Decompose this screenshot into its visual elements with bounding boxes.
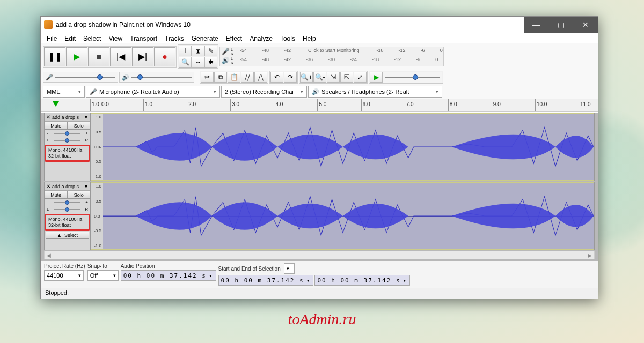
gain-slider[interactable]: - + bbox=[45, 130, 90, 137]
audio-track: ✕ add a drop s ▼ Mute Solo - + L R bbox=[44, 182, 595, 250]
edit-toolbar: ✂ ⧉ 📋 ⧸⧸ ⧸⧹ bbox=[200, 71, 268, 84]
play-at-speed-icon[interactable]: ▶ bbox=[370, 72, 383, 83]
pan-slider[interactable]: L R bbox=[45, 206, 90, 213]
menu-file[interactable]: File bbox=[43, 34, 61, 43]
playback-device-select[interactable]: 🔊 Speakers / Headphones (2- Realt▾ bbox=[308, 86, 442, 98]
app-window: add a drop shadow in Paint.net on Window… bbox=[40, 16, 598, 299]
scroll-right-icon[interactable]: ▶ bbox=[588, 252, 592, 258]
audio-track: ✕ add a drop s ▼ Mute Solo - + L R bbox=[44, 113, 595, 181]
selection-mode-select[interactable]: ▾ bbox=[284, 263, 295, 274]
waveform-display[interactable]: 1.0 0.5 0.0- -0.5 -1.0 bbox=[91, 182, 594, 250]
track-control-panel: ✕ add a drop s ▼ Mute Solo - + L R bbox=[45, 182, 91, 250]
watermark-text: toAdmin.ru bbox=[288, 311, 356, 328]
project-rate-select[interactable]: 44100▾ bbox=[44, 270, 84, 281]
horizontal-scrollbar[interactable]: ◀ ▶ bbox=[44, 251, 595, 259]
amplitude-scale: 1.0 0.5 0.0- -0.5 -1.0 bbox=[91, 183, 103, 249]
recording-device-select[interactable]: 🎤 Microphone (2- Realtek Audio)▾ bbox=[86, 86, 220, 98]
close-button[interactable]: ✕ bbox=[573, 17, 598, 33]
track-menu-button[interactable]: ▼ bbox=[84, 184, 90, 189]
menu-effect[interactable]: Effect bbox=[222, 34, 246, 43]
menu-help[interactable]: Help bbox=[299, 34, 320, 43]
timeshift-tool-icon[interactable]: ↔ bbox=[192, 57, 204, 68]
multi-tool-icon[interactable]: ✱ bbox=[204, 57, 217, 68]
track-name[interactable]: add a drop s bbox=[52, 184, 84, 189]
track-select-button[interactable]: ▲ Select bbox=[46, 232, 89, 239]
menu-generate[interactable]: Generate bbox=[188, 34, 222, 43]
play-button[interactable]: ▶ bbox=[66, 47, 87, 66]
record-volume-slider[interactable]: 🎤 bbox=[43, 72, 118, 83]
selection-end-field[interactable]: 00 h 00 m 37.142 s▾ bbox=[314, 275, 410, 286]
tools-toolbar: I ⧗ ✎ 🔍 ↔ ✱ bbox=[178, 44, 218, 69]
menu-analyze[interactable]: Analyze bbox=[246, 34, 276, 43]
track-close-button[interactable]: ✕ bbox=[45, 114, 52, 120]
pause-button[interactable]: ❚❚ bbox=[44, 47, 65, 66]
redo-icon[interactable]: ↷ bbox=[284, 72, 297, 83]
speaker-icon: 🔊 bbox=[312, 88, 319, 95]
zoom-toolbar: 🔍+ 🔍- ⇲ ⇱ ⤢ bbox=[299, 71, 368, 84]
device-toolbar: MME▾ 🎤 Microphone (2- Realtek Audio)▾ 2 … bbox=[41, 85, 598, 99]
undo-toolbar: ↶ ↷ bbox=[269, 71, 298, 84]
silence-icon[interactable]: ⧸⧹ bbox=[254, 72, 267, 83]
play-speed-slider[interactable] bbox=[383, 72, 442, 83]
titlebar: add a drop shadow in Paint.net on Window… bbox=[41, 17, 598, 33]
track-name[interactable]: add a drop s bbox=[52, 115, 84, 120]
menu-view[interactable]: View bbox=[105, 34, 126, 43]
audio-host-select[interactable]: MME▾ bbox=[43, 86, 85, 98]
pan-slider[interactable]: L R bbox=[45, 137, 90, 144]
menubar: File Edit Select View Transport Tracks G… bbox=[41, 33, 598, 43]
copy-icon[interactable]: ⧉ bbox=[214, 72, 227, 83]
draw-tool-icon[interactable]: ✎ bbox=[204, 46, 217, 56]
audio-position-field[interactable]: 00 h 00 m 37.142 s▾ bbox=[121, 270, 216, 281]
recording-channels-select[interactable]: 2 (Stereo) Recording Chai▾ bbox=[221, 86, 307, 98]
waveform-display[interactable]: 1.0 0.5 0.0- -0.5 -1.0 bbox=[91, 113, 594, 181]
stop-button[interactable]: ■ bbox=[88, 47, 109, 66]
timeline-ruler[interactable]: 1.0 0.0 1.0 2.0 3.0 4.0 5.0 6.0 7.0 8.0 … bbox=[41, 99, 598, 112]
status-text: Stopped. bbox=[45, 289, 69, 296]
toolbar-area: ❚❚ ▶ ■ |◀ ▶| ● I ⧗ ✎ 🔍 ↔ ✱ bbox=[41, 43, 598, 99]
mic-icon: 🎤 bbox=[46, 74, 53, 81]
selection-start-field[interactable]: 00 h 00 m 37.142 s▾ bbox=[218, 275, 314, 286]
gain-slider[interactable]: - + bbox=[45, 199, 90, 206]
skip-start-button[interactable]: |◀ bbox=[110, 47, 131, 66]
zoom-toggle-icon[interactable]: ⤢ bbox=[354, 72, 367, 83]
play-at-speed-toolbar: ▶ bbox=[369, 71, 443, 84]
track-close-button[interactable]: ✕ bbox=[45, 183, 52, 189]
solo-button[interactable]: Solo bbox=[68, 122, 91, 130]
record-button[interactable]: ● bbox=[154, 47, 175, 66]
snap-to-label: Snap-To bbox=[87, 263, 119, 269]
record-meter[interactable]: 🎤 LR -54 -48 -42 Click to Start Monitori… bbox=[219, 47, 444, 66]
scroll-left-icon[interactable]: ◀ bbox=[47, 252, 51, 258]
fit-project-icon[interactable]: ⇱ bbox=[340, 72, 353, 83]
menu-transport[interactable]: Transport bbox=[126, 34, 161, 43]
fit-selection-icon[interactable]: ⇲ bbox=[327, 72, 340, 83]
menu-select[interactable]: Select bbox=[79, 34, 105, 43]
envelope-tool-icon[interactable]: ⧗ bbox=[192, 46, 204, 56]
zoom-out-icon[interactable]: 🔍- bbox=[313, 72, 326, 83]
skip-end-button[interactable]: ▶| bbox=[132, 47, 153, 66]
mute-button[interactable]: Mute bbox=[45, 122, 68, 130]
minimize-button[interactable]: — bbox=[524, 17, 548, 33]
snap-to-select[interactable]: Off▾ bbox=[87, 270, 119, 281]
audio-position-label: Audio Position bbox=[121, 263, 216, 269]
zoom-tool-icon[interactable]: 🔍 bbox=[179, 57, 192, 68]
tracks-area: ✕ add a drop s ▼ Mute Solo - + L R bbox=[41, 113, 598, 261]
menu-tracks[interactable]: Tracks bbox=[161, 34, 188, 43]
zoom-in-icon[interactable]: 🔍+ bbox=[300, 72, 313, 83]
speaker-icon: 🔊 bbox=[122, 74, 129, 81]
trim-icon[interactable]: ⧸⧸ bbox=[241, 72, 254, 83]
cut-icon[interactable]: ✂ bbox=[201, 72, 214, 83]
menu-tools[interactable]: Tools bbox=[276, 34, 299, 43]
selection-toolbar: Project Rate (Hz) 44100▾ Snap-To Off▾ Au… bbox=[41, 261, 598, 288]
playhead-icon[interactable] bbox=[53, 101, 59, 107]
maximize-button[interactable]: ▢ bbox=[548, 17, 573, 33]
mute-button[interactable]: Mute bbox=[45, 191, 68, 199]
amplitude-scale: 1.0 0.5 0.0- -0.5 -1.0 bbox=[91, 114, 103, 180]
selection-tool-icon[interactable]: I bbox=[179, 46, 192, 56]
paste-icon[interactable]: 📋 bbox=[228, 72, 240, 83]
track-menu-button[interactable]: ▼ bbox=[84, 115, 90, 120]
menu-edit[interactable]: Edit bbox=[61, 34, 79, 43]
track-info-highlight: Mono, 44100Hz 32-bit float bbox=[45, 214, 90, 231]
undo-icon[interactable]: ↶ bbox=[270, 72, 283, 83]
solo-button[interactable]: Solo bbox=[68, 191, 91, 199]
playback-volume-slider[interactable]: 🔊 bbox=[119, 72, 194, 83]
